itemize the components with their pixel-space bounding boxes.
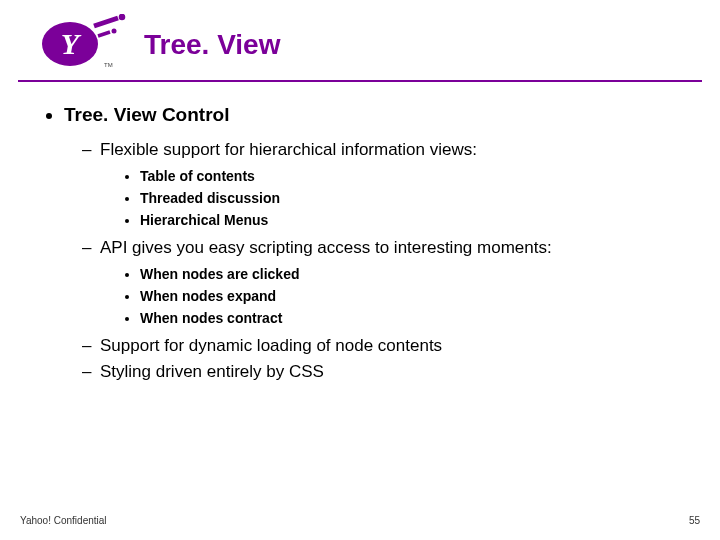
section-text: Styling driven entirely by CSS (100, 362, 324, 381)
section-item: Styling driven entirely by CSS (82, 362, 680, 382)
svg-text:TM: TM (104, 62, 113, 68)
footer-confidential: Yahoo! Confidential (20, 515, 107, 526)
subitem: Threaded discussion (140, 190, 680, 206)
subitem: When nodes expand (140, 288, 680, 304)
subitem: When nodes are clicked (140, 266, 680, 282)
svg-line-2 (94, 18, 118, 26)
section-text: Flexible support for hierarchical inform… (100, 140, 477, 159)
section-item: Support for dynamic loading of node cont… (82, 336, 680, 356)
svg-point-5 (112, 29, 117, 34)
slide-content: Tree. View Control Flexible support for … (0, 82, 720, 382)
svg-point-3 (119, 14, 126, 20)
section-text: API gives you easy scripting access to i… (100, 238, 552, 257)
subitem: Table of contents (140, 168, 680, 184)
yahoo-logo-icon: Y TM (28, 14, 128, 70)
section-text: Support for dynamic loading of node cont… (100, 336, 442, 355)
section-item: API gives you easy scripting access to i… (82, 238, 680, 326)
subitem: Hierarchical Menus (140, 212, 680, 228)
svg-text:Y: Y (61, 27, 82, 60)
svg-line-4 (98, 32, 110, 36)
slide-title: Tree. View (144, 29, 280, 61)
slide-number: 55 (689, 515, 700, 526)
slide-header: Y TM Tree. View (0, 0, 720, 76)
content-heading: Tree. View Control Flexible support for … (64, 104, 680, 382)
heading-text: Tree. View Control (64, 104, 229, 125)
subitem: When nodes contract (140, 310, 680, 326)
section-item: Flexible support for hierarchical inform… (82, 140, 680, 228)
